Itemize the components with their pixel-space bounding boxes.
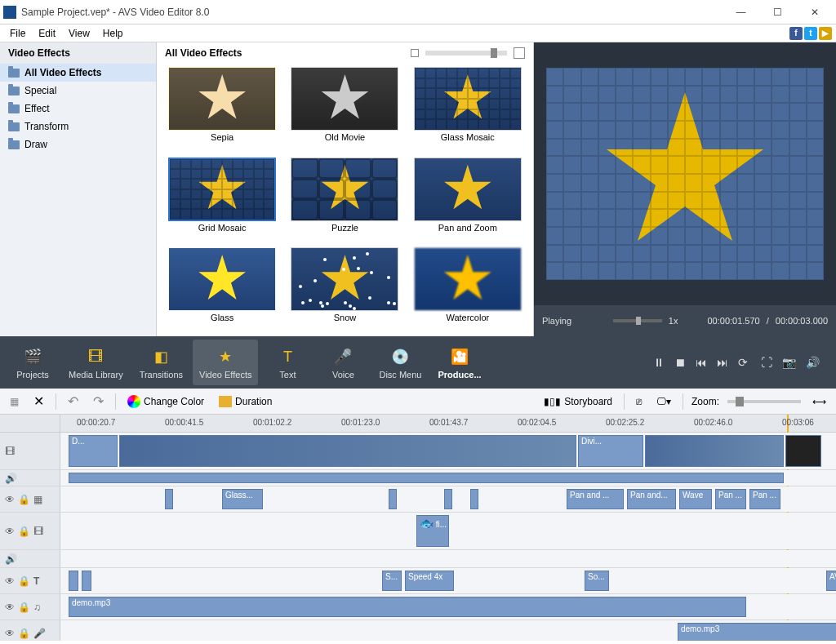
zoom-fit-button[interactable]: ⟷ [809, 394, 829, 409]
effect-snow[interactable]: Snow [286, 247, 403, 333]
preview-speed-slider[interactable] [613, 319, 662, 322]
effects-panel: All Video Effects SepiaOld MovieGlass Mo… [157, 42, 534, 336]
thumb-size-slider[interactable] [425, 51, 507, 56]
preview-pane[interactable] [534, 42, 836, 305]
stop-button[interactable]: ⏹ [674, 356, 686, 369]
timeline-clip[interactable] [165, 489, 173, 509]
timeline-clip[interactable]: Pan ... [715, 489, 746, 509]
timeline-clip[interactable] [69, 473, 784, 483]
timeline-clip[interactable] [69, 571, 78, 591]
lock-icon: 🔒 [18, 526, 30, 537]
loop-button[interactable]: ⟳ [738, 356, 748, 369]
toolbar-projects[interactable]: 🎬Projects [7, 340, 59, 385]
fullscreen-button[interactable]: ⛶ [761, 356, 772, 369]
timeline-clip[interactable] [470, 489, 478, 509]
sidebar-item-transform[interactable]: Transform [0, 118, 156, 135]
menu-help[interactable]: Help [96, 26, 130, 41]
menu-file[interactable]: File [3, 26, 32, 41]
effects-track[interactable]: 👁🔒▦ Glass...Pan and ...Pan and...WavePan… [0, 486, 836, 513]
toolbar-video-effects[interactable]: ★Video Effects [193, 340, 258, 385]
timeline-clip[interactable]: AVS Vid... [826, 571, 836, 591]
storyboard-button[interactable]: ▮▯▮ Storyboard [540, 394, 616, 409]
timeline-clip[interactable] [82, 571, 91, 591]
delete-button[interactable]: ✕ [30, 392, 47, 411]
timeline-clip[interactable]: Speed 4x [405, 571, 454, 591]
timeline-clip[interactable]: Divi... [578, 435, 643, 467]
change-color-button[interactable]: Change Color [124, 393, 207, 410]
toolbar-media-library[interactable]: 🎞Media Library [62, 340, 130, 385]
timeline-clip[interactable]: demo.mp3 [678, 623, 836, 641]
redo-button[interactable]: ↷ [90, 392, 107, 411]
folder-icon [8, 140, 20, 149]
timeline-clip[interactable]: So... [585, 571, 609, 591]
toolbar-disc-menu[interactable]: 💿Disc Menu [372, 340, 428, 385]
audio-mixer-button[interactable]: ⎚ [633, 394, 645, 409]
preview-status: Playing [542, 316, 571, 326]
maximize-button[interactable]: ☐ [759, 1, 796, 24]
prev-button[interactable]: ⏮ [696, 356, 707, 369]
effect-glass-mosaic[interactable]: Glass Mosaic [409, 67, 527, 153]
thumb-small-icon[interactable] [411, 49, 419, 57]
menu-edit[interactable]: Edit [32, 26, 62, 41]
effect-puzzle[interactable]: Puzzle [286, 158, 403, 243]
timeline-clip[interactable]: Pan ... [749, 489, 780, 509]
menu-view[interactable]: View [62, 26, 96, 41]
audio-track-2[interactable]: 👁🔒🎤 demo.mp3 [0, 620, 836, 641]
close-button[interactable]: ✕ [796, 1, 833, 24]
storyboard-icon: ▮▯▮ [544, 396, 561, 407]
thumb-large-icon[interactable] [514, 47, 525, 59]
next-button[interactable]: ⏭ [717, 356, 728, 369]
duration-button[interactable]: Duration [216, 394, 275, 409]
timeline-ruler[interactable]: 00:00:20.700:00:41.500:01:02.200:01:23.0… [0, 415, 836, 433]
facebook-icon[interactable]: f [789, 27, 803, 40]
timeline-clip[interactable] [444, 489, 452, 509]
video-track-icon: 🎞 [5, 446, 15, 457]
timeline-clip[interactable] [645, 435, 784, 467]
pause-button[interactable]: ⏸ [653, 356, 665, 369]
display-settings-button[interactable]: 🖵▾ [653, 394, 674, 409]
timeline-clip[interactable]: Wave [679, 489, 712, 509]
toolbar-text[interactable]: TText [261, 340, 314, 385]
zoom-slider[interactable] [727, 400, 801, 403]
sidebar-item-all-video-effects[interactable]: All Video Effects [0, 64, 156, 82]
video-track[interactable]: 🎞 D...Divi... [0, 433, 836, 470]
main-toolbar: 🎬Projects🎞Media Library◧Transitions★Vide… [0, 336, 836, 389]
timeline-clip[interactable] [389, 489, 397, 509]
video-audio-track[interactable]: 🔊 [0, 470, 836, 486]
text-track[interactable]: 👁🔒T S...Speed 4xSo...AVS Vid... [0, 568, 836, 594]
timeline-clip[interactable]: Glass... [222, 489, 263, 509]
overlay-track[interactable]: 👁🔒🎞 🐟 fi... [0, 513, 836, 550]
toolbar-transitions[interactable]: ◧Transitions [133, 340, 189, 385]
overlay-audio-track[interactable]: 🔊 [0, 550, 836, 568]
timeline-clip[interactable] [119, 435, 576, 467]
timeline-clip[interactable]: demo.mp3 [69, 597, 746, 617]
minimize-button[interactable]: — [723, 1, 759, 24]
undo-button[interactable]: ↶ [64, 392, 82, 411]
timeline-clip[interactable]: S... [382, 571, 402, 591]
effect-old-movie[interactable]: Old Movie [286, 67, 403, 153]
sidebar-item-draw[interactable]: Draw [0, 135, 156, 153]
sidebar-item-effect[interactable]: Effect [0, 100, 156, 118]
timeline-clip[interactable]: D... [69, 435, 118, 467]
effect-grid-mosaic[interactable]: Grid Mosaic [163, 158, 281, 243]
sidebar-item-special[interactable]: Special [0, 82, 156, 100]
lock-icon: 🔒 [18, 575, 30, 587]
toolbar-produce-[interactable]: 🎦Produce... [431, 340, 487, 385]
toolbar-voice[interactable]: 🎤Voice [317, 340, 369, 385]
audio-track-1[interactable]: 👁🔒♫ demo.mp3 [0, 594, 836, 620]
effect-watercolor[interactable]: Watercolor [409, 247, 527, 333]
volume-button[interactable]: 🔊 [806, 356, 820, 369]
apply-effect-button[interactable]: ▦ [7, 394, 22, 409]
timeline-clip[interactable] [785, 435, 821, 467]
preview-area: Playing 1x 00:00:01.570 / 00:00:03.000 [534, 42, 836, 336]
eye-icon: 👁 [5, 602, 15, 613]
youtube-icon[interactable]: ▶ [819, 27, 832, 40]
effect-pan-and-zoom[interactable]: Pan and Zoom [409, 158, 527, 243]
timeline-clip[interactable]: 🐟 fi... [416, 515, 449, 547]
snapshot-button[interactable]: 📷 [782, 356, 796, 369]
effect-sepia[interactable]: Sepia [163, 67, 281, 153]
timeline-clip[interactable]: Pan and ... [567, 489, 624, 509]
timeline-clip[interactable]: Pan and... [627, 489, 676, 509]
effect-glass[interactable]: Glass [163, 247, 281, 333]
twitter-icon[interactable]: t [804, 27, 817, 40]
